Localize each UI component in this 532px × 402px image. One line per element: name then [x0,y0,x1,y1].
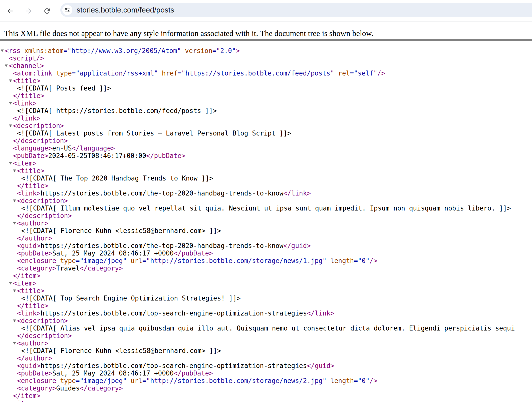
xml-segment: ="0" [354,377,370,384]
xml-line: </author> [0,354,532,362]
xml-segment: <author> [17,220,48,227]
xml-segment: Travel [56,264,80,272]
xml-segment: <title> [13,77,41,84]
url-bar[interactable]: stories.botble.com/feed/posts [60,3,532,17]
xml-line: </title> [0,182,532,190]
xml-line: <author> [0,340,532,347]
xml-segment: <item> [13,280,37,287]
xml-segment: </title> [13,92,44,100]
xml-line: <![CDATA[ Alias vel ipsa quia quibusdam … [0,324,532,332]
xml-line: </title> [0,92,532,100]
xml-segment: ="image/jpeg" [76,257,131,264]
url-text[interactable]: stories.botble.com/feed/posts [77,6,174,14]
browser-toolbar: stories.botble.com/feed/posts [0,0,532,22]
xml-line: <guid>https://stories.botble.com/top-sea… [0,362,532,370]
collapse-toggle-icon[interactable] [13,342,16,344]
xml-segment: length [330,257,354,264]
xml-segment: https://stories.botble.com/the-top-2020-… [41,242,284,250]
collapse-toggle-icon[interactable] [9,80,12,82]
xml-line: <atom:link type="application/rss+xml" hr… [0,70,532,77]
xml-segment: /> [377,70,385,77]
collapse-toggle-icon[interactable] [13,290,16,292]
xml-line: <title> [0,287,532,294]
xml-segment: </pubDate> [174,250,213,257]
xml-segment: <enclosure [17,257,60,264]
xml-line: <title> [0,167,532,174]
xml-line: <![CDATA[ Illum molestiae quo vel repell… [0,204,532,212]
xml-segment: <item> [13,160,37,167]
xml-tree: <rss xmlns:atom="http://www.w3.org/2005/… [0,40,532,402]
xml-segment: type [60,257,76,264]
collapse-toggle-icon[interactable] [13,170,16,172]
collapse-toggle-icon[interactable] [13,200,16,202]
xml-line: <channel> [0,62,532,70]
xml-segment: ="image/jpeg" [76,377,131,384]
collapse-toggle-icon[interactable] [9,124,12,127]
xml-segment: </guid> [283,242,311,250]
reload-button[interactable] [42,6,52,16]
xml-line: </author> [0,234,532,242]
xml-segment: <guid> [17,362,41,370]
xml-segment: <pubDate> [17,250,52,257]
xml-line: </description> [0,212,532,220]
xml-segment: <atom:link [13,70,56,77]
collapse-toggle-icon[interactable] [9,162,12,164]
forward-button[interactable] [24,6,34,16]
xml-segment: https://stories.botble.com/top-search-en… [41,310,307,317]
xml-segment: https://stories.botble.com/top-search-en… [41,362,307,370]
xml-segment: ="0" [354,257,370,264]
site-info-button[interactable] [62,5,72,15]
back-button[interactable] [5,6,15,16]
xml-segment: <channel> [9,62,44,70]
xml-segment: <![CDATA[ The Top 2020 Handbag Trends to… [21,174,213,182]
xml-segment: <![CDATA[ Top Search Engine Optimization… [21,294,241,302]
xml-line: <pubDate>2024-05-25T08:46:17+00:00</pubD… [0,152,532,160]
collapse-toggle-icon[interactable] [13,222,16,224]
xml-line: <language>en-US</language> [0,144,532,152]
xml-segment: <guid> [17,242,41,250]
xml-line: <script/> [0,54,532,62]
xml-line: <![CDATA[ Florence Kuhn <lessie58@bernha… [0,227,532,234]
xml-line: </description> [0,332,532,340]
xml-segment: </title> [17,302,48,310]
xml-line: <link>https://stories.botble.com/top-sea… [0,310,532,317]
xml-segment: </pubDate> [146,152,185,160]
xml-segment: <item> [13,400,37,402]
xml-segment: </category> [80,264,123,272]
xml-segment: <title> [17,287,45,294]
xml-segment: </pubDate> [174,370,213,377]
collapse-toggle-icon[interactable] [9,282,12,284]
collapse-toggle-icon[interactable] [13,320,16,322]
xml-line: <item> [0,280,532,287]
xml-segment: ="2.0" [212,47,236,54]
xml-line: <description> [0,197,532,204]
xml-segment: https://stories.botble.com/the-top-2020-… [41,190,284,197]
xml-style-banner: This XML file does not appear to have an… [0,22,532,40]
xml-line: <enclosure type="image/jpeg" url="http:/… [0,377,532,384]
xml-segment: <pubDate> [13,152,48,160]
xml-segment: type [60,377,76,384]
xml-line: <enclosure type="image/jpeg" url="http:/… [0,257,532,264]
xml-line: <pubDate>Sat, 25 May 2024 08:46:17 +0000… [0,250,532,257]
xml-segment: <description> [17,317,68,324]
xml-segment: </description> [13,137,68,144]
xml-segment: <description> [17,197,68,204]
xml-segment: </item> [13,392,41,400]
xml-line: <description> [0,122,532,130]
xml-segment: <category> [17,384,56,392]
xml-segment: /> [370,377,377,384]
collapse-toggle-icon[interactable] [5,64,8,67]
xml-segment: <link> [13,100,37,107]
xml-segment: <![CDATA[ Florence Kuhn <lessie58@bernha… [21,347,221,354]
collapse-toggle-icon[interactable] [1,50,4,52]
collapse-toggle-icon[interactable] [9,102,12,104]
xml-segment: </author> [17,234,52,242]
xml-segment: <language> [13,144,52,152]
xml-segment: url [131,257,142,264]
xml-segment: <script/> [9,54,44,62]
xml-segment: ="http://stories.botble.com/storage/news… [142,377,330,384]
xml-segment: </link> [283,190,311,197]
xml-segment: <![CDATA[ Florence Kuhn <lessie58@bernha… [21,227,221,234]
xml-segment: ="http://www.w3.org/2005/Atom" [64,47,185,54]
xml-segment: Sat, 25 May 2024 08:46:17 +0000 [52,370,174,377]
